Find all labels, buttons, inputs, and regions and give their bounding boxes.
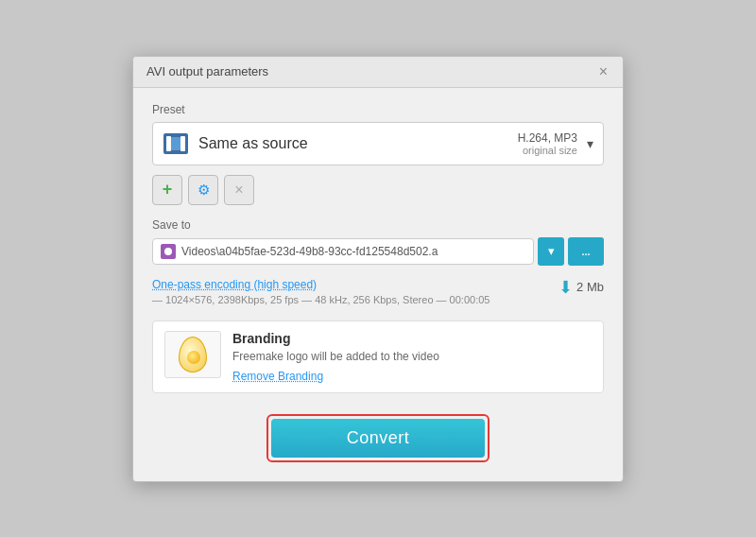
encoding-info: One-pass encoding (high speed) — 1024×57… <box>152 277 558 305</box>
dialog-title: AVI output parameters <box>146 64 268 78</box>
dialog-titlebar: AVI output parameters × <box>133 57 623 88</box>
encoding-link[interactable]: One-pass encoding (high speed) <box>152 278 317 291</box>
save-dropdown-button[interactable]: ▾ <box>538 237 564 266</box>
encoding-row: One-pass encoding (high speed) — 1024×57… <box>152 277 604 305</box>
save-path-text: Videos\a04b5fae-523d-49b8-93cc-fd125548d… <box>181 245 525 258</box>
branding-section: Branding Freemake logo will be added to … <box>152 320 604 393</box>
settings-preset-button[interactable]: ⚙ <box>188 175 218 205</box>
preset-info: H.264, MP3 original size <box>518 131 577 156</box>
save-row: Videos\a04b5fae-523d-49b8-93cc-fd125548d… <box>152 237 604 266</box>
convert-button[interactable]: Convert <box>271 419 486 458</box>
egg-icon <box>179 337 207 372</box>
branding-text: Branding Freemake logo will be added to … <box>232 331 592 383</box>
preset-dropdown[interactable]: Same as source H.264, MP3 original size … <box>152 122 604 165</box>
size-label: 2 Mb <box>576 280 604 294</box>
branding-title: Branding <box>232 331 592 346</box>
preset-toolbar: + ⚙ × <box>152 175 604 205</box>
encoding-details: — 1024×576, 2398Kbps, 25 fps — 48 kHz, 2… <box>152 294 558 305</box>
add-preset-button[interactable]: + <box>152 175 182 205</box>
save-path-wrapper: Videos\a04b5fae-523d-49b8-93cc-fd125548d… <box>152 238 534 265</box>
branding-thumbnail <box>164 331 221 378</box>
dialog-body: Preset Same as source H.264, MP3 origina… <box>133 88 623 481</box>
preset-label: Preset <box>152 103 604 116</box>
chevron-down-icon: ▾ <box>587 136 593 151</box>
size-info: ⬇ 2 Mb <box>558 277 604 298</box>
preset-info-main: H.264, MP3 <box>518 131 577 145</box>
remove-branding-link[interactable]: Remove Branding <box>232 370 323 383</box>
film-icon <box>163 130 189 157</box>
convert-section: Convert <box>152 414 604 462</box>
size-icon: ⬇ <box>558 277 573 298</box>
preset-name: Same as source <box>198 135 518 152</box>
save-browse-button[interactable]: ... <box>568 237 604 266</box>
save-label: Save to <box>152 218 604 232</box>
close-button[interactable]: × <box>597 64 610 79</box>
convert-button-wrapper: Convert <box>266 414 490 462</box>
folder-icon <box>161 244 176 259</box>
remove-preset-button[interactable]: × <box>224 175 254 205</box>
branding-description: Freemake logo will be added to the video <box>232 350 592 363</box>
avi-output-dialog: AVI output parameters × Preset Same as s… <box>132 56 624 482</box>
preset-info-sub: original size <box>518 145 577 156</box>
